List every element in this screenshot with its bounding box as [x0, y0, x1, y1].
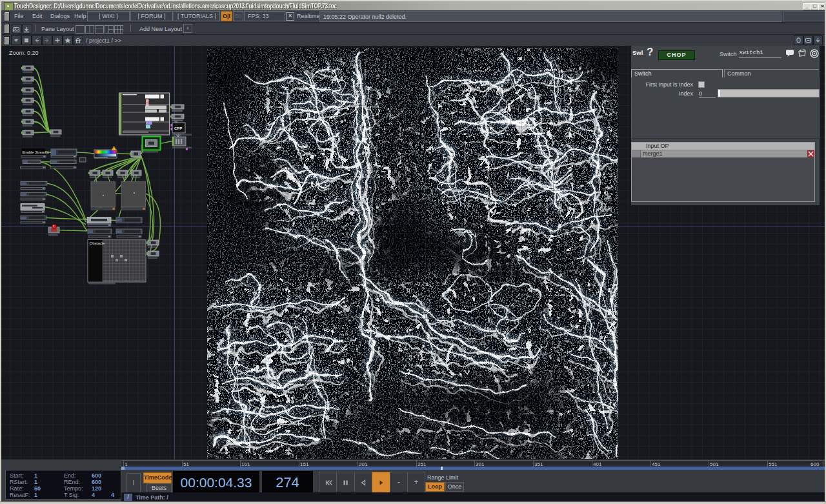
svg-text:Obstacle: Obstacle	[90, 241, 105, 245]
svg-text:!: !	[113, 146, 114, 150]
svg-text:Enable Streams: Enable Streams	[23, 150, 49, 154]
svg-text:CPP: CPP	[174, 126, 182, 130]
